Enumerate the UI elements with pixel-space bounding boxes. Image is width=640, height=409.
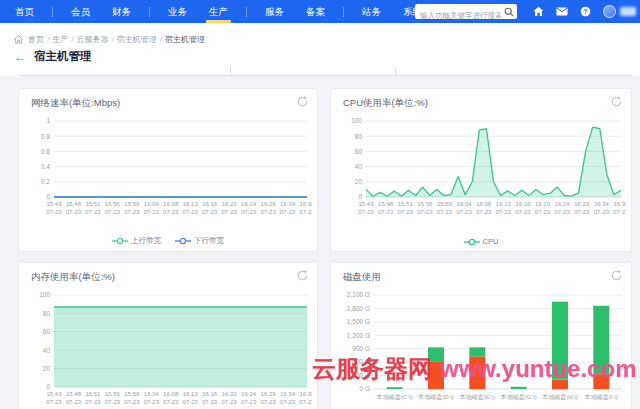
nav-item[interactable]: 业务 — [157, 0, 198, 23]
nav-divider — [52, 7, 53, 17]
disk-chart-title: 磁盘使用 — [343, 271, 381, 284]
legend-label: 上行带宽 — [131, 236, 161, 246]
svg-text:07-23: 07-23 — [378, 209, 394, 215]
breadcrumb: 首页/生产/云服务器/宿主机管理/宿主机管理 — [14, 34, 208, 45]
help-icon[interactable]: ? — [580, 6, 591, 17]
svg-text:15:48: 15:48 — [66, 391, 82, 397]
svg-text:80: 80 — [355, 133, 363, 140]
svg-text:15:51: 15:51 — [85, 201, 101, 207]
legend-item[interactable]: CPU — [464, 237, 499, 246]
global-search — [415, 4, 517, 19]
navbar-right: ? — [415, 0, 640, 23]
svg-text:07-23: 07-23 — [358, 209, 374, 215]
svg-text:07-23: 07-23 — [280, 399, 296, 405]
svg-text:15:56: 15:56 — [417, 201, 433, 207]
legend-item[interactable]: 下行带宽 — [175, 236, 224, 246]
svg-text:07-23: 07-23 — [241, 209, 257, 215]
svg-text:07-23: 07-23 — [574, 209, 590, 215]
svg-text:07-23: 07-23 — [85, 209, 101, 215]
svg-text:本地磁盘(C:\): 本地磁盘(C:\) — [376, 394, 413, 400]
svg-text:07-23: 07-23 — [398, 209, 414, 215]
svg-text:07-23: 07-23 — [46, 209, 62, 215]
back-button[interactable]: ← — [14, 50, 26, 64]
memory-usage-card: 内存使用率(单位:%) 02040608010015:4307-2315:480… — [18, 262, 318, 409]
memory-usage-chart[interactable]: 02040608010015:4307-2315:4807-2315:5107-… — [24, 287, 312, 409]
network-chart-title: 网络速率(单位:Mbps) — [31, 97, 120, 110]
nav-item[interactable]: 生产 — [198, 0, 239, 23]
svg-text:07-23: 07-23 — [260, 399, 276, 405]
svg-text:15:51: 15:51 — [398, 201, 414, 207]
host-management-page: 首页会员财务业务生产服务备案站务系统 ? — [0, 0, 640, 409]
svg-text:07-23: 07-23 — [221, 209, 237, 215]
svg-text:07-23: 07-23 — [594, 209, 610, 215]
svg-text:40: 40 — [43, 347, 51, 354]
breadcrumb-separator: / — [111, 35, 113, 44]
svg-text:16:13: 16:13 — [496, 201, 512, 207]
refresh-icon[interactable] — [297, 270, 308, 281]
svg-text:16:08: 16:08 — [163, 391, 179, 397]
breadcrumb-item[interactable]: 宿主机管理 — [165, 34, 205, 45]
nav-item[interactable]: 会员 — [60, 0, 101, 23]
disk-usage-chart[interactable]: 0 G300 G600 G900 G1,200 G1,500 G1,800 G2… — [336, 287, 628, 409]
svg-text:60: 60 — [355, 148, 363, 155]
svg-text:16:20: 16:20 — [222, 201, 238, 207]
svg-text:16:38: 16:38 — [299, 201, 312, 207]
disk-usage-card: 磁盘使用 0 G300 G600 G900 G1,200 G1,500 G1,8… — [330, 262, 632, 409]
nav-item[interactable]: 站务 — [351, 0, 392, 23]
legend-label: 下行带宽 — [194, 236, 224, 246]
network-rate-card: 网络速率(单位:Mbps) 00.20.40.60.8115:4307-2315… — [18, 88, 318, 252]
username-redacted[interactable] — [620, 7, 636, 16]
svg-text:07-23: 07-23 — [144, 399, 160, 405]
search-icon[interactable] — [504, 7, 514, 17]
svg-text:40: 40 — [355, 163, 363, 170]
tab-strip[interactable] — [18, 67, 632, 76]
svg-text:15:43: 15:43 — [46, 391, 62, 397]
svg-text:100: 100 — [39, 291, 50, 298]
avatar[interactable] — [603, 5, 616, 18]
svg-text:07-23: 07-23 — [221, 399, 237, 405]
nav-item[interactable]: 首页 — [4, 0, 45, 23]
svg-text:15:51: 15:51 — [85, 391, 101, 397]
cpu-usage-chart[interactable]: 02040608010015:4307-2315:4807-2315:5107-… — [336, 113, 626, 221]
svg-text:20: 20 — [43, 365, 51, 372]
svg-text:07-23: 07-23 — [105, 209, 121, 215]
svg-text:07-23: 07-23 — [183, 399, 199, 405]
legend-line-icon — [112, 237, 128, 245]
breadcrumb-item[interactable]: 宿主机管理 — [117, 34, 157, 45]
cpu-chart-legend: CPU — [331, 237, 631, 246]
svg-text:20: 20 — [355, 178, 363, 185]
mail-icon[interactable] — [556, 7, 568, 16]
refresh-icon[interactable] — [297, 96, 308, 107]
legend-line-icon — [175, 237, 191, 245]
breadcrumb-separator: / — [47, 35, 49, 44]
legend-item[interactable]: 上行带宽 — [112, 236, 161, 246]
svg-text:本地磁盘(I:\): 本地磁盘(I:\) — [584, 394, 618, 400]
svg-text:15:59: 15:59 — [124, 391, 140, 397]
refresh-icon[interactable] — [611, 96, 622, 107]
nav-item[interactable]: 财务 — [101, 0, 142, 23]
svg-text:2,100 G: 2,100 G — [347, 291, 370, 298]
main-menu: 首页会员财务业务生产服务备案站务系统 — [0, 0, 433, 23]
nav-item[interactable]: 备案 — [295, 0, 336, 23]
tab-separator — [395, 67, 396, 75]
search-input[interactable] — [415, 8, 517, 23]
nav-divider — [343, 7, 344, 17]
home-icon[interactable] — [533, 6, 544, 17]
nav-item[interactable]: 服务 — [254, 0, 295, 23]
svg-text:本地磁盘(D:\): 本地磁盘(D:\) — [417, 394, 454, 400]
svg-text:600 G: 600 G — [352, 358, 370, 365]
network-rate-chart[interactable]: 00.20.40.60.8115:4307-2315:4807-2315:510… — [24, 113, 312, 221]
home-breadcrumb-icon[interactable] — [14, 35, 23, 44]
breadcrumb-separator: / — [71, 35, 73, 44]
svg-text:16:24: 16:24 — [241, 391, 257, 397]
svg-text:16:29: 16:29 — [261, 391, 277, 397]
svg-text:16:04: 16:04 — [144, 391, 160, 397]
svg-text:07-23: 07-23 — [202, 209, 218, 215]
breadcrumb-item[interactable]: 生产 — [52, 34, 68, 45]
svg-text:0: 0 — [46, 193, 50, 200]
breadcrumb-item[interactable]: 首页 — [28, 34, 44, 45]
svg-text:07-23: 07-23 — [105, 399, 121, 405]
svg-text:16:29: 16:29 — [261, 201, 277, 207]
breadcrumb-item[interactable]: 云服务器 — [76, 34, 108, 45]
refresh-icon[interactable] — [611, 270, 622, 281]
